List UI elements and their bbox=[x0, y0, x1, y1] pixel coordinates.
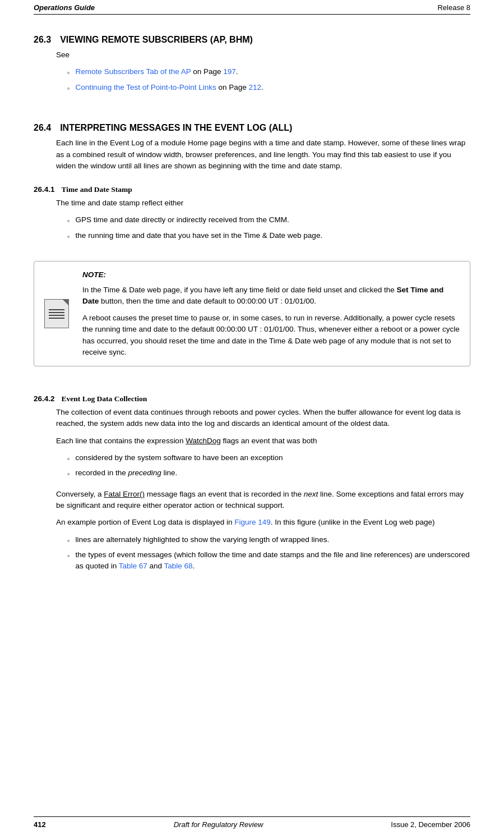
note-label: NOTE: bbox=[82, 269, 461, 281]
section-26-4-1-number: 26.4.1 bbox=[34, 185, 55, 194]
bullet-dot: ◦ bbox=[67, 550, 70, 562]
bullet-text: the running time and date that you have … bbox=[76, 230, 470, 241]
section-26-3-heading: 26.3 VIEWING REMOTE SUBSCRIBERS (AP, BHM… bbox=[34, 35, 470, 45]
section-26-4-2-heading: 26.4.2 Event Log Data Collection bbox=[34, 394, 470, 403]
section-26-4-body: Each line in the Event Log of a module H… bbox=[56, 137, 470, 172]
header-title: Operations Guide bbox=[34, 3, 95, 12]
list-item: ◦ the running time and date that you hav… bbox=[67, 230, 470, 242]
page-footer: 412 Draft for Regulatory Review Issue 2,… bbox=[34, 816, 470, 831]
bullet-dot: ◦ bbox=[67, 83, 70, 94]
page-container: Operations Guide Release 8 26.3 VIEWING … bbox=[0, 0, 504, 831]
section-26-3-bullets: ◦ Remote Subscribers Tab of the AP on Pa… bbox=[67, 66, 470, 97]
note-icon bbox=[44, 299, 69, 328]
note-content: NOTE: In the Time & Date web page, if yo… bbox=[79, 261, 470, 366]
remote-subscribers-link[interactable]: Remote Subscribers Tab of the AP bbox=[76, 67, 191, 76]
footer-issue: Issue 2, December 2006 bbox=[391, 820, 470, 829]
section-26-4-1-body: The time and date stamp reflect either bbox=[56, 198, 470, 209]
section-26-4-1-title: Time and Date Stamp bbox=[62, 185, 132, 194]
bullet-text: Remote Subscribers Tab of the AP on Page… bbox=[76, 66, 470, 77]
section-26-4-1-bullets: ◦ GPS time and date directly or indirect… bbox=[67, 214, 470, 245]
doc-line bbox=[49, 309, 64, 310]
note-para2: A reboot causes the preset time to pause… bbox=[82, 313, 461, 358]
section-26-4-2-body4: An example portion of Event Log data is … bbox=[56, 517, 470, 528]
bullet-dot: ◦ bbox=[67, 67, 70, 79]
section-26-4-number: 26.4 bbox=[34, 123, 51, 133]
section-26-3-number: 26.3 bbox=[34, 35, 51, 45]
section-26-4-2-body3: Conversely, a Fatal Error() message flag… bbox=[56, 489, 470, 512]
bullet-text: Continuing the Test of Point-to-Point Li… bbox=[76, 82, 470, 93]
section-26-3-title: VIEWING REMOTE SUBSCRIBERS (AP, BHM) bbox=[60, 35, 253, 45]
section-26-3-see: See bbox=[56, 49, 470, 61]
figure-149-link[interactable]: Figure 149 bbox=[234, 518, 271, 526]
bullet-dot: ◦ bbox=[67, 535, 70, 547]
page-header: Operations Guide Release 8 bbox=[34, 0, 470, 15]
section-26-4-2-body1: The collection of event data continues t… bbox=[56, 407, 470, 430]
note-icon-col bbox=[34, 261, 79, 366]
note-para1: In the Time & Date web page, if you have… bbox=[82, 284, 461, 307]
list-item: ◦ lines are alternately highlighted to s… bbox=[67, 534, 470, 547]
page-197-link[interactable]: 197 bbox=[223, 67, 236, 76]
section-26-4-title: INTERPRETING MESSAGES IN THE EVENT LOG (… bbox=[60, 123, 292, 133]
continuing-test-link[interactable]: Continuing the Test of Point-to-Point Li… bbox=[76, 83, 216, 91]
doc-line bbox=[49, 315, 64, 316]
doc-line bbox=[49, 312, 64, 313]
footer-center-text: Draft for Regulatory Review bbox=[174, 820, 263, 829]
list-item: ◦ GPS time and date directly or indirect… bbox=[67, 214, 470, 227]
header-release: Release 8 bbox=[437, 3, 470, 12]
section-26-4-2-bullets2: ◦ lines are alternately highlighted to s… bbox=[67, 534, 470, 576]
section-26-4-2-title: Event Log Data Collection bbox=[62, 394, 147, 403]
bullet-dot: ◦ bbox=[67, 453, 70, 465]
page-212-link[interactable]: 212 bbox=[249, 83, 262, 91]
section-26-4-2-bullets: ◦ considered by the system software to h… bbox=[67, 452, 470, 483]
section-26-4-1-heading: 26.4.1 Time and Date Stamp bbox=[34, 185, 470, 194]
doc-line bbox=[49, 318, 64, 319]
bullet-text: recorded in the preceding line. bbox=[76, 467, 470, 479]
list-item: ◦ recorded in the preceding line. bbox=[67, 467, 470, 480]
bullet-text: considered by the system software to hav… bbox=[76, 452, 470, 463]
section-26-4-heading: 26.4 INTERPRETING MESSAGES IN THE EVENT … bbox=[34, 123, 470, 133]
bullet-text: the types of event messages (which follo… bbox=[76, 549, 470, 572]
list-item: ◦ Continuing the Test of Point-to-Point … bbox=[67, 82, 470, 94]
list-item: ◦ Remote Subscribers Tab of the AP on Pa… bbox=[67, 66, 470, 79]
table-68-link[interactable]: Table 68 bbox=[164, 562, 193, 570]
note-box: NOTE: In the Time & Date web page, if yo… bbox=[34, 261, 470, 366]
bullet-dot: ◦ bbox=[67, 231, 70, 242]
table-67-link[interactable]: Table 67 bbox=[119, 562, 147, 570]
bullet-dot: ◦ bbox=[67, 215, 70, 227]
bullet-dot: ◦ bbox=[67, 469, 70, 480]
list-item: ◦ the types of event messages (which fol… bbox=[67, 549, 470, 572]
bullet-text: GPS time and date directly or indirectly… bbox=[76, 214, 470, 226]
section-26-4-2-number: 26.4.2 bbox=[34, 394, 55, 403]
footer-page-number: 412 bbox=[34, 820, 46, 829]
list-item: ◦ considered by the system software to h… bbox=[67, 452, 470, 465]
section-26-4-2-body2: Each line that contains the expression W… bbox=[56, 435, 470, 447]
bullet-text: lines are alternately highlighted to sho… bbox=[76, 534, 470, 545]
